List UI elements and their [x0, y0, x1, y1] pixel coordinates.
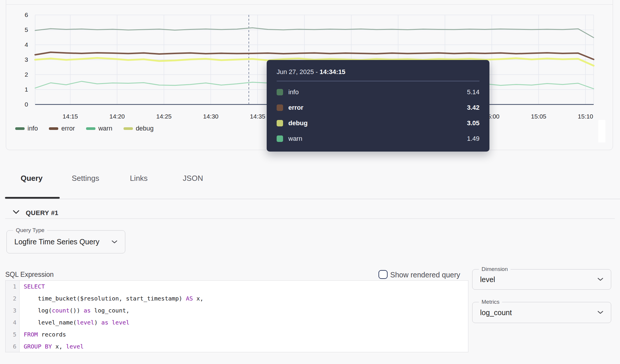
chevron-down-icon — [597, 310, 603, 315]
legend-swatch-warn — [86, 127, 95, 130]
tooltip-divider — [277, 81, 479, 81]
chart-tooltip: Jun 27, 2025 - 14:34:15 info5.14error3.4… — [267, 60, 489, 152]
show-rendered-query-label: Show rendered query — [390, 271, 460, 279]
chevron-down-icon — [112, 239, 117, 245]
metrics-value: log_count — [472, 308, 512, 317]
x-tick-label: 14:20 — [102, 113, 132, 120]
x-tick-label: 15:10 — [571, 113, 600, 120]
tab-bar: QuerySettingsLinksJSON — [0, 172, 620, 190]
line-number: 1 — [6, 281, 16, 293]
tooltip-swatch-info — [277, 89, 283, 95]
legend-label: debug — [136, 125, 154, 132]
legend-swatch-info — [15, 127, 25, 130]
y-tick-label: 2 — [13, 71, 28, 78]
tooltip-timestamp: Jun 27, 2025 - 14:34:15 — [277, 68, 479, 76]
metrics-select[interactable]: Metrics log_count — [472, 302, 611, 323]
tab-query[interactable]: Query — [20, 172, 42, 184]
y-tick-label: 1 — [13, 86, 28, 93]
tooltip-series-value: 3.42 — [467, 104, 479, 111]
x-tick-label: 14:15 — [56, 113, 85, 120]
y-tick-label: 5 — [13, 26, 28, 33]
tooltip-swatch-error — [277, 104, 283, 111]
tooltip-series-name: warn — [288, 135, 302, 142]
tooltip-row-debug: debug3.05 — [277, 115, 479, 131]
tooltip-series-name: error — [288, 104, 303, 111]
dimension-select[interactable]: Dimension level — [472, 269, 611, 290]
x-tick-label: 14:25 — [149, 113, 179, 120]
x-tick-label: 15:05 — [524, 113, 553, 120]
tab-bar-divider — [5, 199, 620, 199]
code-line: time_bucket($resolution, start_timestamp… — [24, 293, 468, 305]
sql-expression-label: SQL Expression — [5, 271, 54, 279]
dimension-value: level — [472, 275, 495, 284]
line-number: 2 — [6, 293, 16, 305]
tooltip-series-value: 1.49 — [467, 135, 479, 142]
line-number-gutter: 123456 — [6, 281, 20, 352]
scrollbar-thumb[interactable] — [598, 120, 605, 142]
code-line: log(count()) as log_count, — [24, 305, 468, 317]
legend-label: info — [28, 125, 38, 132]
x-tick-label: 14:30 — [196, 113, 225, 120]
code-line: GROUP BY x, level — [24, 341, 468, 352]
sql-code: SELECT time_bucket($resolution, start_ti… — [20, 281, 468, 352]
legend-item-error[interactable]: error — [49, 125, 75, 132]
legend-label: warn — [98, 125, 112, 132]
query-section-divider — [5, 218, 615, 219]
code-line: FROM records — [24, 329, 468, 341]
card-header-divider — [6, 4, 613, 5]
tooltip-series-name: debug — [288, 119, 308, 127]
code-line: SELECT — [24, 281, 468, 293]
tooltip-row-error: error3.42 — [277, 100, 479, 115]
legend-swatch-error — [49, 127, 58, 130]
tooltip-row-warn: warn1.49 — [277, 131, 479, 146]
legend-item-debug[interactable]: debug — [124, 125, 154, 132]
chart-legend: infoerrorwarndebug — [15, 125, 154, 132]
legend-item-warn[interactable]: warn — [86, 125, 112, 132]
tooltip-rows: info5.14error3.42debug3.05warn1.49 — [277, 84, 479, 146]
tooltip-swatch-debug — [277, 120, 283, 126]
query-type-select[interactable]: Query Type Logfire Time Series Query — [6, 230, 125, 253]
show-rendered-query-checkbox[interactable] — [378, 270, 388, 279]
tab-json[interactable]: JSON — [183, 172, 203, 184]
y-tick-label: 0 — [13, 101, 28, 108]
line-number: 5 — [6, 329, 16, 341]
legend-label: error — [61, 125, 75, 132]
tab-settings[interactable]: Settings — [72, 172, 99, 184]
query-type-value: Logfire Time Series Query — [7, 238, 99, 246]
dimension-label: Dimension — [479, 266, 511, 272]
metrics-label: Metrics — [479, 299, 502, 305]
sql-editor[interactable]: 123456 SELECT time_bucket($resolution, s… — [5, 280, 468, 352]
query-section-title: QUERY #1 — [26, 209, 59, 217]
y-tick-label: 4 — [13, 41, 28, 48]
tooltip-row-info: info5.14 — [277, 84, 479, 100]
y-tick-label: 3 — [13, 56, 28, 63]
query-type-label: Query Type — [13, 227, 47, 233]
code-line: level_name(level) as level — [24, 317, 468, 329]
tooltip-series-value: 3.05 — [467, 119, 479, 127]
legend-swatch-debug — [124, 127, 133, 130]
tab-links[interactable]: Links — [130, 172, 148, 184]
line-number: 3 — [6, 305, 16, 317]
chevron-down-icon — [597, 277, 603, 282]
tooltip-swatch-warn — [277, 135, 283, 142]
line-number: 4 — [6, 317, 16, 329]
collapse-chevron-icon[interactable] — [13, 210, 19, 215]
line-number: 6 — [6, 341, 16, 352]
legend-item-info[interactable]: info — [15, 125, 38, 132]
tooltip-series-value: 5.14 — [467, 88, 479, 96]
y-tick-label: 6 — [13, 11, 28, 18]
tooltip-series-name: info — [288, 88, 299, 96]
